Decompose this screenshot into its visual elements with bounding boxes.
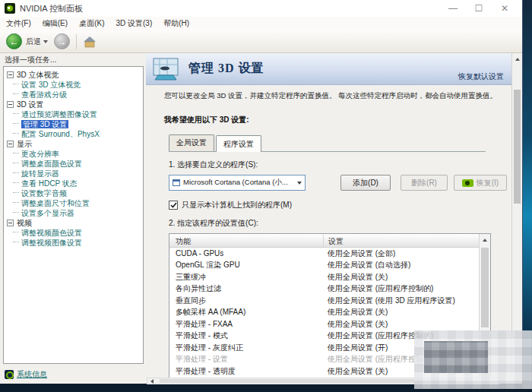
maximize-button[interactable]: ☐	[466, 1, 492, 16]
tree-item-label: 旋转显示器	[21, 169, 59, 178]
tab-global-settings[interactable]: 全局设置	[169, 134, 214, 151]
restore-button-label: 恢复(I)	[477, 178, 499, 188]
close-button[interactable]: ✕	[492, 1, 518, 16]
tree-item[interactable]: 调整视频颜色设置	[5, 228, 141, 238]
tree-group-label: 3D 设置	[17, 100, 44, 109]
horizontal-scroll-thumb[interactable]	[160, 379, 456, 383]
page-scrollbar[interactable]	[511, 53, 522, 378]
remove-button[interactable]: 删除(R)	[401, 175, 448, 191]
section-heading: 我希望使用以下 3D 设置:	[164, 115, 511, 125]
table-row[interactable]: 多帧采样 AA (MFAA)使用全局设置 (关)	[169, 307, 479, 319]
setting-cell: 使用全局设置 (全部)	[323, 248, 479, 259]
tree-item-label: 调整桌面尺寸和位置	[21, 199, 90, 207]
tree-item[interactable]: 调整视频图像设置	[5, 238, 141, 248]
window-title: NVIDIA 控制面板	[20, 3, 83, 14]
tree-item-label: 设置 3D 立体视觉	[21, 81, 81, 89]
back-dropdown-icon[interactable]	[43, 40, 48, 43]
tree-group-label: 3D 立体视觉	[17, 70, 59, 80]
table-row[interactable]: 各向异性过滤使用全局设置 (应用程序控制的)	[169, 283, 479, 296]
tree-group[interactable]: 3D 设置	[5, 100, 141, 109]
collapse-icon[interactable]	[7, 141, 14, 147]
tree-item[interactable]: 更改分辨率	[5, 149, 141, 159]
tree-item[interactable]: 管理 3D 设置	[5, 119, 141, 129]
home-icon[interactable]	[83, 36, 97, 48]
system-info-link[interactable]: 系统信息	[5, 369, 47, 380]
system-info-label: 系统信息	[17, 369, 47, 380]
tree-group[interactable]: 视频	[5, 218, 141, 228]
program-select-value: Microsoft Cortana (Cortana (小...	[183, 178, 295, 188]
restore-defaults-link[interactable]: 恢复默认设置	[458, 71, 504, 82]
program-app-icon	[173, 179, 180, 186]
system-info-icon	[5, 370, 14, 379]
task-tree: 3D 立体视觉设置 3D 立体视觉查看游戏分级3D 设置通过预览调整图像设置管理…	[3, 66, 144, 364]
tree-item[interactable]: 设置多个显示器	[5, 208, 141, 218]
back-button[interactable]: ←	[6, 33, 22, 49]
feature-cell: 平滑处理 - 透明度	[169, 366, 323, 377]
show-programs-label: 只显示本计算机上找到的程序(M)	[182, 200, 292, 210]
feature-cell: CUDA - GPUs	[169, 249, 323, 258]
tree-item[interactable]: 通过预览调整图像设置	[5, 109, 141, 119]
tree-item[interactable]: 查看 HDCP 状态	[5, 179, 141, 188]
setting-cell: 使用全局设置 (关)	[323, 319, 479, 330]
program-row: Microsoft Cortana (Cortana (小... 添加(D) 删…	[169, 175, 511, 191]
settings-list-label: 2. 指定该程序的设置值(C):	[169, 218, 511, 229]
tree-item[interactable]: 设置 3D 立体视觉	[5, 80, 141, 90]
page-scroll-up-icon[interactable]	[515, 58, 520, 61]
tab-program-settings[interactable]: 程序设置	[216, 135, 261, 152]
nvidia-logo-icon	[5, 3, 15, 14]
menu-3d-settings[interactable]: 3D 设置(3)	[116, 18, 152, 29]
table-scroll-thumb[interactable]	[481, 248, 489, 327]
menu-help[interactable]: 帮助(H)	[163, 18, 189, 29]
page-scroll-thumb[interactable]	[514, 90, 521, 204]
minimize-button[interactable]: —	[440, 1, 466, 16]
tree-item[interactable]: 调整桌面尺寸和位置	[5, 198, 141, 208]
collapse-icon[interactable]	[7, 71, 14, 78]
menu-edit[interactable]: 编辑(E)	[43, 18, 68, 29]
menu-desktop[interactable]: 桌面(K)	[79, 18, 104, 29]
show-programs-row: 只显示本计算机上找到的程序(M)	[169, 200, 511, 210]
restore-button[interactable]: 恢复(I)	[454, 175, 507, 191]
table-row[interactable]: OpenGL 渲染 GPU使用全局设置 (自动选择)	[169, 260, 479, 272]
table-row[interactable]: 垂直同步使用全局设置 (使用 3D 应用程序设置)	[169, 295, 479, 307]
tree-item-label: 管理 3D 设置	[21, 120, 68, 128]
tree-group[interactable]: 显示	[5, 139, 141, 149]
scroll-up-icon[interactable]	[483, 239, 487, 242]
column-feature[interactable]: 功能	[169, 234, 323, 247]
scroll-left-icon[interactable]	[150, 379, 154, 384]
tree-group[interactable]: 3D 立体视觉	[5, 70, 141, 80]
show-programs-checkbox[interactable]	[169, 201, 178, 210]
collapse-icon[interactable]	[7, 220, 14, 226]
tree-item[interactable]: 调整桌面颜色设置	[5, 159, 141, 169]
tree-item[interactable]: 配置 Surround、PhysX	[5, 129, 141, 139]
menu-file[interactable]: 文件(F)	[6, 18, 31, 29]
tree-item-label: 更改分辨率	[21, 150, 59, 158]
setting-cell: 使用全局设置 (自动选择)	[323, 260, 479, 270]
table-row[interactable]: 三重缓冲使用全局设置 (关)	[169, 271, 479, 283]
checkmark-icon	[170, 202, 177, 208]
column-setting[interactable]: 设置	[323, 234, 479, 247]
title-bar: NVIDIA 控制面板 — ☐ ✕	[0, 0, 522, 17]
nvidia-control-panel-window: NVIDIA 控制面板 — ☐ ✕ 文件(F) 编辑(E) 桌面(K) 3D 设…	[0, 0, 523, 384]
page-description: 您可以更改全局 3D 设置，并建立特定程序的置换值。 每次这些特定程序启动时，都…	[164, 91, 505, 101]
add-button[interactable]: 添加(D)	[340, 175, 391, 191]
table-row[interactable]: 平滑处理 - FXAA使用全局设置 (关)	[169, 318, 479, 330]
tree-item[interactable]: 查看游戏分级	[5, 90, 141, 100]
tree-item[interactable]: 设置数字音频	[5, 188, 141, 198]
forward-button[interactable]: →	[54, 33, 70, 49]
tree-item-label: 调整桌面颜色设置	[21, 160, 82, 168]
tree-item-label: 查看 HDCP 状态	[21, 179, 78, 188]
task-sidebar: 选择一项任务... 3D 立体视觉设置 3D 立体视觉查看游戏分级3D 设置通过…	[0, 53, 146, 384]
back-button-label[interactable]: 后退	[26, 36, 41, 47]
program-select[interactable]: Microsoft Cortana (Cortana (小...	[169, 175, 306, 191]
table-row[interactable]: CUDA - GPUs使用全局设置 (全部)	[169, 248, 479, 260]
collapse-icon[interactable]	[7, 101, 14, 108]
tree-group-label: 视频	[17, 218, 32, 228]
page-title: 管理 3D 设置	[188, 61, 264, 77]
tree-item-label: 调整视频图像设置	[21, 239, 82, 247]
feature-cell: 平滑处理 - FXAA	[169, 319, 323, 330]
manage-3d-settings-icon	[152, 58, 179, 81]
page-header: 管理 3D 设置 恢复默认设置	[146, 53, 511, 85]
tree-group-label: 显示	[17, 139, 32, 149]
setting-cell: 使用全局设置 (使用 3D 应用程序设置)	[323, 296, 479, 306]
tree-item[interactable]: 旋转显示器	[5, 169, 141, 179]
